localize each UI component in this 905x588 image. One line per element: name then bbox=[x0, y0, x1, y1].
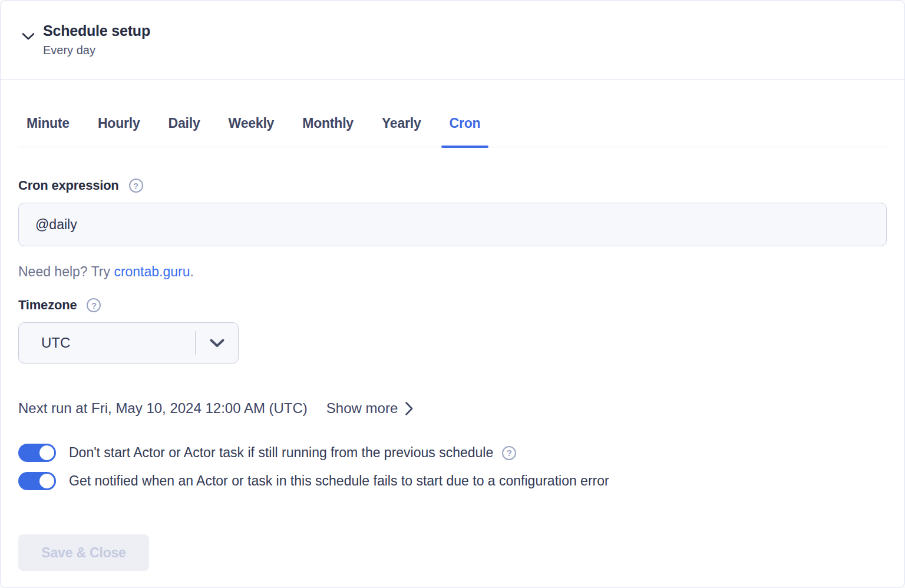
tab-daily[interactable]: Daily bbox=[160, 115, 209, 147]
notify-toggle-label: Get notified when an Actor or task in th… bbox=[69, 473, 609, 489]
dont-start-toggle-label: Don't start Actor or Actor task if still… bbox=[69, 445, 516, 461]
dont-start-toggle-text: Don't start Actor or Actor task if still… bbox=[69, 445, 493, 461]
tab-monthly[interactable]: Monthly bbox=[294, 115, 362, 147]
tab-hourly[interactable]: Hourly bbox=[90, 115, 148, 147]
cron-help-text: Need help? Try crontab.guru. bbox=[18, 264, 887, 280]
timezone-label-row: Timezone ? bbox=[18, 298, 887, 313]
timezone-help-icon[interactable]: ? bbox=[87, 298, 101, 312]
header-titles: Schedule setup Every day bbox=[43, 22, 150, 57]
tab-minute[interactable]: Minute bbox=[18, 115, 78, 147]
tab-panel-cron: Cron expression ? Need help? Try crontab… bbox=[1, 178, 904, 588]
timezone-selected-value: UTC bbox=[19, 335, 195, 351]
chevron-down-icon bbox=[21, 32, 35, 41]
dont-start-toggle[interactable] bbox=[18, 444, 56, 462]
cron-expression-label: Cron expression bbox=[18, 178, 119, 193]
tab-cron[interactable]: Cron bbox=[441, 115, 489, 147]
collapse-button[interactable] bbox=[21, 32, 35, 41]
dialog-header: Schedule setup Every day bbox=[1, 1, 904, 80]
cron-help-prefix: Need help? Try bbox=[18, 264, 114, 279]
toggle-row-dont-start: Don't start Actor or Actor task if still… bbox=[18, 444, 887, 462]
dialog-subtitle: Every day bbox=[43, 44, 150, 57]
show-more-link[interactable]: Show more bbox=[326, 400, 414, 417]
tab-yearly[interactable]: Yearly bbox=[374, 115, 430, 147]
timezone-select[interactable]: UTC bbox=[18, 322, 239, 364]
save-and-close-button[interactable]: Save & Close bbox=[18, 534, 149, 571]
next-run-text: Next run at Fri, May 10, 2024 12:00 AM (… bbox=[18, 400, 308, 417]
cron-help-suffix: . bbox=[190, 264, 194, 279]
chevron-down-icon bbox=[196, 338, 238, 348]
notify-toggle[interactable] bbox=[18, 472, 56, 490]
dont-start-help-icon[interactable]: ? bbox=[502, 446, 516, 460]
timezone-label: Timezone bbox=[18, 298, 77, 313]
schedule-setup-dialog: Schedule setup Every day Minute Hourly D… bbox=[0, 0, 905, 588]
chevron-right-icon bbox=[405, 401, 414, 416]
cron-expression-label-row: Cron expression ? bbox=[18, 178, 887, 193]
notify-toggle-text: Get notified when an Actor or task in th… bbox=[69, 473, 609, 489]
crontab-guru-link[interactable]: crontab.guru bbox=[114, 264, 190, 279]
toggle-row-notify: Get notified when an Actor or task in th… bbox=[18, 472, 887, 490]
show-more-label: Show more bbox=[326, 400, 398, 417]
toggle-options: Don't start Actor or Actor task if still… bbox=[18, 444, 887, 490]
next-run-row: Next run at Fri, May 10, 2024 12:00 AM (… bbox=[18, 400, 887, 417]
cron-expression-input[interactable] bbox=[18, 203, 887, 246]
tab-weekly[interactable]: Weekly bbox=[220, 115, 283, 147]
dialog-title: Schedule setup bbox=[43, 22, 150, 39]
cron-expression-help-icon[interactable]: ? bbox=[129, 179, 143, 193]
schedule-type-tabs: Minute Hourly Daily Weekly Monthly Yearl… bbox=[18, 80, 887, 147]
